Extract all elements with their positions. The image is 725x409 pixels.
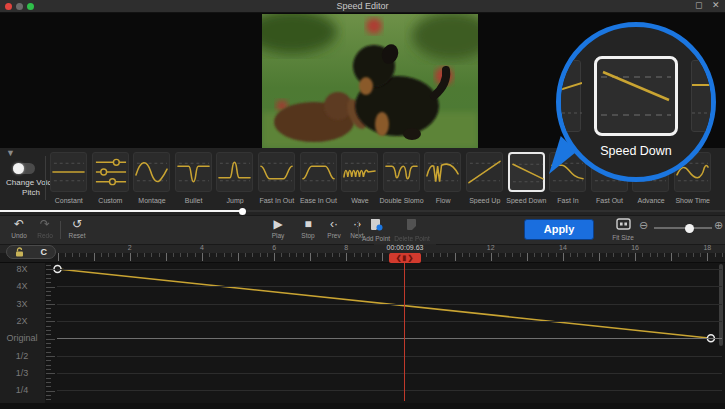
ruler-minor-tick (534, 253, 535, 257)
mini-ruler-tick (46, 339, 55, 340)
ruler-minor-tick (606, 253, 607, 257)
zoom-slider-track[interactable] (654, 227, 712, 229)
ruler-label-16: 16 (631, 244, 639, 251)
bullet-curve (175, 152, 212, 192)
ruler-minor-tick (621, 253, 622, 257)
ruler-minor-tick (296, 253, 297, 257)
ruler-minor-tick (570, 253, 571, 257)
montage-curve (133, 152, 170, 192)
ruler-minor-tick (700, 253, 701, 257)
ruler-label-2: 2 (128, 244, 132, 251)
ruler-minor-tick (483, 253, 484, 257)
mini-ruler-tick (46, 317, 51, 318)
gridline-1-4 (57, 390, 722, 391)
ruler-major-tick (635, 253, 636, 261)
ruler-major-tick (491, 253, 492, 261)
preset-scrollbar-fill (0, 210, 242, 212)
mini-ruler-tick (46, 369, 51, 370)
mini-ruler-tick (46, 265, 51, 266)
reset-button[interactable]: ↺ Reset (60, 218, 94, 239)
ruler-minor-tick (252, 253, 253, 257)
ruler-major-tick (274, 253, 275, 261)
mini-ruler-tick (46, 282, 51, 283)
playhead-timestamp: 00:00:09.63 (374, 244, 436, 251)
mini-ruler-tick (46, 287, 55, 288)
ruler-major-tick (671, 253, 672, 261)
delete-point-icon (390, 218, 434, 234)
ruler-minor-tick (368, 253, 369, 257)
redo-button[interactable]: ↷ Redo (28, 218, 62, 239)
ruler-minor-tick (715, 253, 716, 257)
ease-in-out-curve (300, 152, 337, 192)
ruler-major-tick (310, 253, 311, 261)
mini-ruler-tick (46, 386, 51, 387)
zoom-in-icon[interactable]: ⊕ (714, 219, 723, 232)
ruler-minor-tick (260, 253, 261, 257)
ruler-minor-tick (650, 253, 651, 257)
flow-curve (424, 152, 461, 192)
unlock-icon[interactable] (15, 247, 24, 257)
mini-ruler-tick (46, 274, 51, 275)
ruler-minor-tick (159, 253, 160, 257)
ruler-minor-tick (664, 253, 665, 257)
curve-mode-icon[interactable]: C (40, 248, 47, 257)
ruler-minor-tick (144, 253, 145, 257)
ruler-minor-tick (86, 253, 87, 257)
preset-scrollbar-knob[interactable] (239, 208, 246, 215)
speed-curve[interactable] (0, 263, 725, 403)
ruler-minor-tick (245, 253, 246, 257)
gridline-1-2 (57, 356, 722, 357)
apply-button[interactable]: Apply (524, 219, 594, 240)
speed-label-1-3: 1/3 (0, 368, 44, 378)
ruler-minor-tick (122, 253, 123, 257)
toggle-knob (13, 163, 24, 174)
ruler-major-tick (346, 253, 347, 261)
gridline-2x (57, 321, 722, 322)
mini-ruler-tick (46, 395, 51, 396)
speed-up-curve (466, 152, 503, 192)
fit-size-button[interactable]: Fit Size (606, 218, 640, 241)
delete-point-button[interactable]: Delete Point (390, 218, 434, 242)
play-button[interactable]: ▶ Play (261, 218, 295, 239)
mini-ruler-tick (46, 399, 51, 400)
mini-ruler-tick (46, 365, 51, 366)
ruler-minor-tick (151, 253, 152, 257)
video-preview (262, 14, 478, 148)
ruler-minor-tick (520, 253, 521, 257)
mini-ruler-tick (46, 300, 51, 301)
timeline-ruler[interactable] (0, 253, 725, 263)
mini-ruler-tick (46, 352, 51, 353)
ruler-minor-tick (224, 253, 225, 257)
ruler-minor-tick (469, 253, 470, 257)
mini-ruler-tick (46, 360, 51, 361)
ruler-major-tick (707, 253, 708, 261)
double-slomo-curve (383, 152, 420, 192)
playhead-marker[interactable]: ❮▮❯ (389, 253, 421, 263)
zoom-slider-knob[interactable] (685, 224, 694, 233)
reset-icon: ↺ (60, 218, 94, 231)
ruler-minor-tick (325, 253, 326, 257)
constant-curve (50, 152, 87, 192)
collapse-caret-icon[interactable]: ▼ (6, 148, 15, 158)
voice-pitch-toggle[interactable] (13, 163, 35, 174)
zoom-out-icon[interactable]: ⊖ (639, 219, 648, 232)
close-icon[interactable]: ✕ (712, 0, 720, 10)
ruler-minor-tick (137, 253, 138, 257)
gridline-8x (57, 269, 722, 270)
jump-curve (216, 152, 253, 192)
preset-label: Show Time (666, 197, 720, 204)
ruler-minor-tick (65, 253, 66, 257)
ruler-minor-tick (433, 253, 434, 257)
ruler-minor-tick (585, 253, 586, 257)
speed-editor-window: Speed Editor ◻ ✕ (0, 0, 725, 409)
ruler-minor-tick (556, 253, 557, 257)
ruler-minor-tick (541, 253, 542, 257)
ruler-major-tick (455, 253, 456, 261)
mini-ruler-tick (46, 330, 51, 331)
ruler-major-tick (382, 253, 383, 261)
vertical-scrollbar[interactable] (719, 264, 723, 346)
ruler-minor-tick (440, 253, 441, 257)
speed-curve-graph[interactable]: 8X4X3X2XOriginal1/21/31/4 (0, 263, 725, 403)
maximize-icon[interactable]: ◻ (695, 0, 702, 10)
ruler-minor-tick (281, 253, 282, 257)
